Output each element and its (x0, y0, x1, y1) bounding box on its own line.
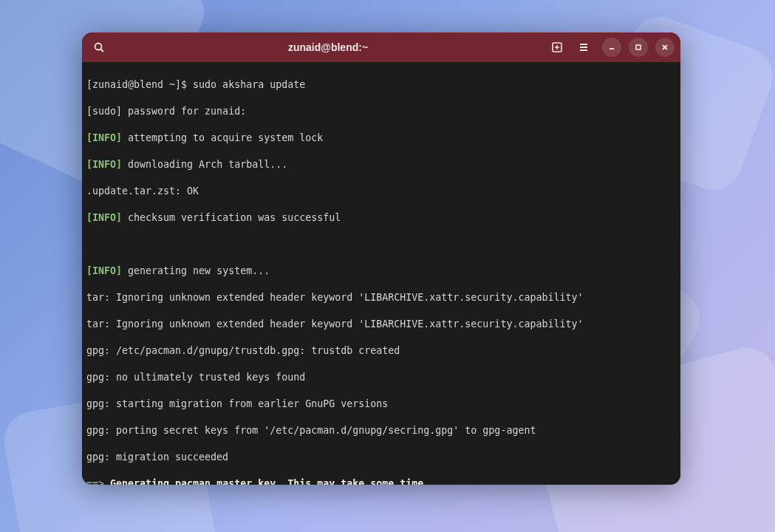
output-line: gpg: no ultimately trusted keys found (86, 372, 305, 383)
terminal-output[interactable]: [zunaid@blend ~]$ sudo akshara update [s… (82, 62, 680, 485)
hamburger-menu-icon[interactable] (573, 36, 595, 58)
output-line: attempting to acquire system lock (122, 132, 323, 143)
arrow-indicator: ==> (86, 478, 104, 485)
svg-line-1 (101, 50, 104, 52)
output-line: tar: Ignoring unknown extended header ke… (86, 318, 583, 330)
output-line: gpg: starting migration from earlier Gnu… (86, 398, 388, 409)
output-line: gpg: migration succeeded (86, 451, 228, 463)
info-tag: [INFO] (86, 132, 122, 143)
svg-point-0 (95, 44, 102, 50)
info-tag: [INFO] (86, 212, 122, 223)
shell-prompt: [zunaid@blend ~]$ sudo akshara update (86, 79, 305, 90)
search-icon[interactable] (88, 36, 110, 58)
close-button[interactable] (655, 38, 675, 57)
output-line: gpg: /etc/pacman.d/gnupg/trustdb.gpg: tr… (86, 345, 400, 356)
info-tag: [INFO] (86, 159, 122, 170)
maximize-button[interactable] (629, 38, 648, 57)
minimize-button[interactable] (602, 38, 621, 57)
info-tag: [INFO] (86, 265, 122, 276)
new-tab-icon[interactable] (546, 36, 568, 58)
titlebar: zunaid@blend:~ (82, 33, 680, 62)
output-line: gpg: porting secret keys from '/etc/pacm… (86, 425, 536, 436)
output-line: tar: Ignoring unknown extended header ke… (86, 292, 583, 303)
terminal-window: zunaid@blend:~ [zunaid@blend ~]$ sudo ak… (82, 33, 680, 485)
output-line: checksum verification was successful (122, 212, 341, 223)
output-line: Generating pacman master key. This may t… (104, 478, 429, 485)
window-title: zunaid@blend:~ (288, 41, 368, 53)
output-line: [sudo] password for zunaid: (86, 106, 246, 117)
svg-rect-9 (636, 45, 641, 50)
output-line: downloading Arch tarball... (122, 159, 287, 170)
output-line: generating new system... (122, 265, 270, 276)
output-line: .update.tar.zst: OK (86, 185, 199, 197)
